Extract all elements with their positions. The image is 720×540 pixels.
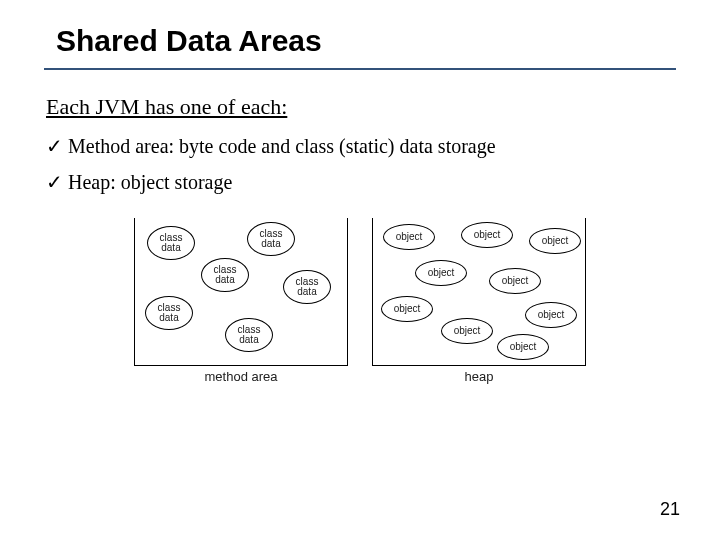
class-data-blob: classdata (225, 318, 273, 352)
object-blob: object (381, 296, 433, 322)
class-data-blob: classdata (247, 222, 295, 256)
class-data-blob: classdata (147, 226, 195, 260)
object-blob: object (461, 222, 513, 248)
slide: Shared Data Areas Each JVM has one of ea… (0, 0, 720, 384)
list-item: ✓ Heap: object storage (46, 170, 676, 194)
bullet-text: Heap: object storage (68, 171, 232, 194)
bullet-text: Method area: byte code and class (static… (68, 135, 496, 158)
method-area-box: classdata classdata classdata classdata … (134, 218, 348, 366)
diagram: classdata classdata classdata classdata … (44, 218, 676, 384)
class-data-blob: classdata (145, 296, 193, 330)
method-area-label: method area (134, 369, 348, 384)
class-data-blob: classdata (201, 258, 249, 292)
method-area-panel: classdata classdata classdata classdata … (134, 218, 348, 384)
object-blob: object (415, 260, 467, 286)
object-blob: object (525, 302, 577, 328)
heap-box: object object object object object objec… (372, 218, 586, 366)
object-blob: object (383, 224, 435, 250)
heap-label: heap (372, 369, 586, 384)
object-blob: object (441, 318, 493, 344)
bullet-list: ✓ Method area: byte code and class (stat… (46, 134, 676, 194)
class-data-blob: classdata (283, 270, 331, 304)
object-blob: object (529, 228, 581, 254)
slide-subhead: Each JVM has one of each: (46, 94, 676, 120)
heap-panel: object object object object object objec… (372, 218, 586, 384)
list-item: ✓ Method area: byte code and class (stat… (46, 134, 676, 158)
check-icon: ✓ (46, 170, 68, 194)
object-blob: object (489, 268, 541, 294)
object-blob: object (497, 334, 549, 360)
page-number: 21 (660, 499, 680, 520)
slide-title: Shared Data Areas (44, 20, 676, 70)
check-icon: ✓ (46, 134, 68, 158)
